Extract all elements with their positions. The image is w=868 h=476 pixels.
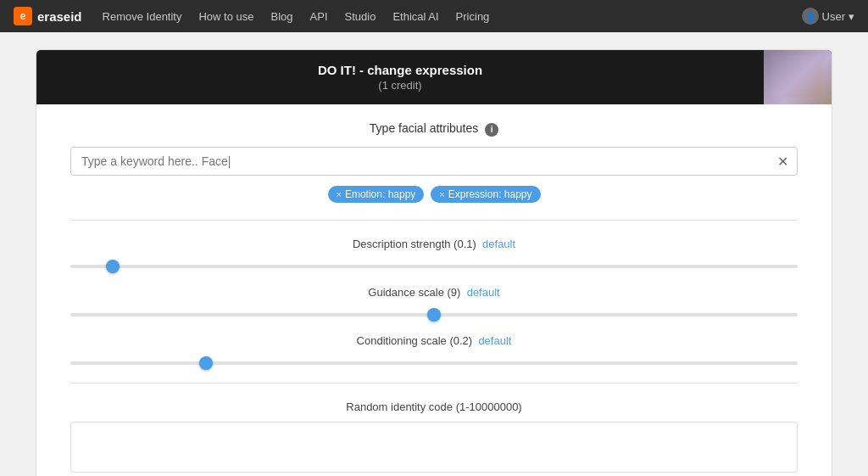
tags-row: × Emotion: happy × Expression: happy [70,186,798,203]
card-subtitle: (1 credit) [50,79,750,92]
page-wrapper: DO IT! - change expression (1 credit) Ty… [19,32,849,476]
logo-icon: e [14,7,32,25]
tag-remove-icon: × [337,189,342,199]
description-strength-label: Description strength (0.1) default [70,238,798,250]
keyword-search-wrapper: ✕ [70,147,798,176]
keyword-search-input[interactable] [81,154,766,168]
nav-remove-identity[interactable]: Remove Identity [103,10,182,23]
divider [70,220,798,221]
info-icon[interactable]: i [485,123,498,137]
user-dropdown-icon: ▾ [849,10,854,23]
conditioning-scale-section: Conditioning scale (0.2) default [70,334,798,367]
guidance-scale-label: Guidance scale (9) default [70,286,798,299]
card-header-text: DO IT! - change expression (1 credit) [36,53,764,102]
nav-pricing[interactable]: Pricing [456,10,490,23]
tag-emotion-happy[interactable]: × Emotion: happy [328,186,425,203]
guidance-scale-slider[interactable] [70,313,798,316]
user-label: User [822,10,845,23]
description-strength-slider[interactable] [70,265,798,268]
tag-expression-happy[interactable]: × Expression: happy [431,186,540,203]
tag-label: Expression: happy [448,188,532,200]
main-card: DO IT! - change expression (1 credit) Ty… [36,49,832,476]
tag-label: Emotion: happy [345,188,415,200]
description-strength-default-link[interactable]: default [482,238,515,250]
nav-links: Remove Identity How to use Blog API Stud… [103,10,782,23]
facial-attributes-title: Type facial attributes i [70,121,798,137]
user-avatar-icon: 👤 [802,8,819,25]
card-title: DO IT! - change expression [50,63,750,77]
guidance-scale-section: Guidance scale (9) default [70,286,798,319]
navbar: e eraseid Remove Identity How to use Blo… [0,0,868,32]
card-header: DO IT! - change expression (1 credit) [36,50,832,104]
nav-ethical-ai[interactable]: Ethical AI [392,10,438,23]
conditioning-scale-label: Conditioning scale (0.2) default [70,334,798,347]
conditioning-scale-default-link[interactable]: default [478,334,511,347]
nav-studio[interactable]: Studio [345,10,376,23]
random-identity-label: Random identity code (1-10000000) [70,400,798,413]
random-identity-input[interactable] [70,422,798,473]
search-clear-button[interactable]: ✕ [777,153,788,169]
guidance-scale-default-link[interactable]: default [467,286,500,299]
card-thumbnail [764,50,832,104]
logo-text: eraseid [37,9,82,24]
user-menu[interactable]: 👤 User ▾ [802,8,854,25]
divider-2 [70,383,798,384]
logo[interactable]: e eraseid [14,7,82,25]
thumbnail-image [772,56,823,98]
nav-api[interactable]: API [310,10,328,23]
conditioning-scale-slider[interactable] [70,361,798,365]
nav-how-to-use[interactable]: How to use [198,10,253,23]
tag-remove-icon: × [439,189,444,199]
card-body: Type facial attributes i ✕ × Emotion: ha… [36,104,832,476]
nav-blog[interactable]: Blog [271,10,293,23]
random-identity-section: Random identity code (1-10000000) [70,400,798,473]
description-strength-section: Description strength (0.1) default [70,238,798,271]
